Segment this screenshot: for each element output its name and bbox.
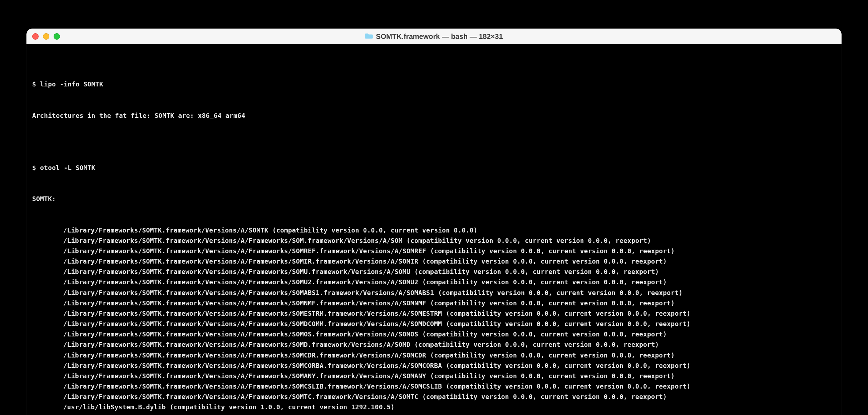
output-line: /Library/Frameworks/SOMTK.framework/Vers… [32,298,836,308]
output-line: /Library/Frameworks/SOMTK.framework/Vers… [32,371,836,381]
output-line: /Library/Frameworks/SOMTK.framework/Vers… [32,277,836,287]
output-line: SOMTK: [32,194,836,204]
output-line: /Library/Frameworks/SOMTK.framework/Vers… [32,246,836,256]
output-line: /Library/Frameworks/SOMTK.framework/Vers… [32,235,836,246]
output-line: /Library/Frameworks/SOMTK.framework/Vers… [32,319,836,329]
zoom-icon[interactable] [54,33,60,40]
output-line: /Library/Frameworks/SOMTK.framework/Vers… [32,308,836,319]
prompt-symbol: $ [32,164,40,171]
output-line: /usr/lib/libSystem.B.dylib (compatibilit… [32,402,836,412]
command-text: otool -L SOMTK [40,164,95,171]
folder-icon [365,32,373,41]
output-line: /Library/Frameworks/SOMTK.framework/Vers… [32,381,836,391]
close-icon[interactable] [32,33,39,40]
output-line: /Library/Frameworks/SOMTK.framework/Vers… [32,360,836,371]
terminal-body[interactable]: $ lipo -info SOMTK Architectures in the … [26,44,842,415]
traffic-lights [32,33,60,40]
output-line: /Library/Frameworks/SOMTK.framework/Vers… [32,339,836,350]
command-text: lipo -info SOMTK [40,80,103,88]
terminal-window: SOMTK.framework — bash — 182×31 $ lipo -… [26,29,842,415]
minimize-icon[interactable] [43,33,49,40]
output-line: /Library/Frameworks/SOMTK.framework/Vers… [32,288,836,298]
titlebar: SOMTK.framework — bash — 182×31 [26,29,842,44]
output-line: /Library/Frameworks/SOMTK.framework/Vers… [32,329,836,339]
output-line: /Library/Frameworks/SOMTK.framework/Vers… [32,266,836,277]
output-line: /Library/Frameworks/SOMTK.framework/Vers… [32,350,836,360]
window-title-text: SOMTK.framework — bash — 182×31 [376,32,503,41]
output-line: /Library/Frameworks/SOMTK.framework/Vers… [32,256,836,266]
prompt-symbol: $ [32,80,40,88]
output-line: /Library/Frameworks/SOMTK.framework/Vers… [32,391,836,402]
output-line: Architectures in the fat file: SOMTK are… [32,110,836,121]
prompt-line: $ otool -L SOMTK [32,162,836,173]
window-title: SOMTK.framework — bash — 182×31 [26,32,842,41]
prompt-line: $ lipo -info SOMTK [32,79,836,89]
output-line: /Library/Frameworks/SOMTK.framework/Vers… [32,225,836,235]
